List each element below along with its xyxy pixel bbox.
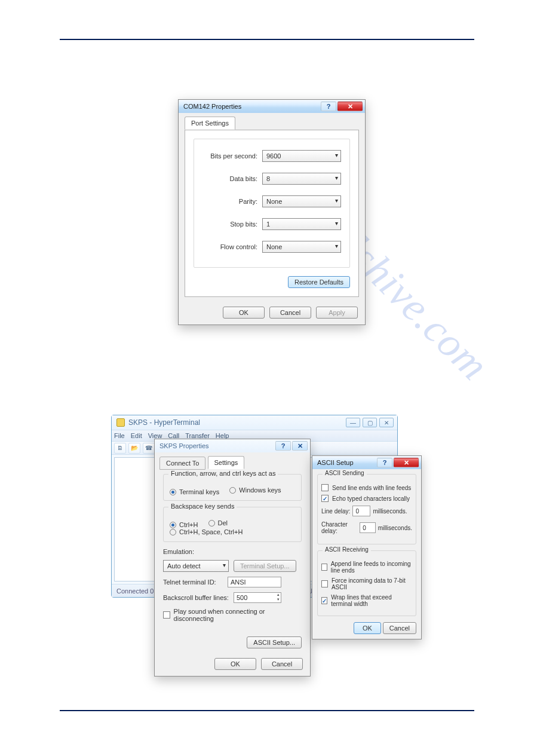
dropdown-emulation[interactable]: Auto detect <box>163 560 229 572</box>
bottom-rule <box>60 710 474 711</box>
ascii-title: ASCII Setup <box>317 459 376 466</box>
com-title: COM142 Properties <box>183 103 320 110</box>
close-icon[interactable]: ✕ <box>337 102 363 111</box>
dropdown-parity[interactable]: None <box>262 195 341 207</box>
fn-group-label: Function, arrow, and ctrl keys act as <box>168 470 278 477</box>
toolbar-connect-icon[interactable]: ☎ <box>143 443 155 454</box>
apply-button[interactable]: Apply <box>316 307 358 319</box>
cancel-button[interactable]: Cancel <box>261 658 303 670</box>
ascii-setup-dialog: ASCII Setup ? ✕ ASCII Sending Send line … <box>312 455 422 639</box>
skps-titlebar[interactable]: SKPS Properties ? ✕ <box>155 439 310 452</box>
help-icon[interactable]: ? <box>377 458 392 467</box>
close-icon[interactable]: ✕ <box>292 441 308 451</box>
emulation-label: Emulation: <box>163 548 194 555</box>
telnet-id-label: Telnet terminal ID: <box>163 579 223 586</box>
radio-del[interactable]: Del <box>208 519 228 527</box>
ok-button[interactable]: OK <box>223 307 265 319</box>
radio-ctrlh[interactable]: Ctrl+H <box>170 521 198 528</box>
restore-defaults-button[interactable]: Restore Defaults <box>288 276 350 288</box>
radio-terminal-keys[interactable]: Terminal keys <box>170 488 219 495</box>
dropdown-bits-per-second[interactable]: 9600 <box>262 150 341 162</box>
bk-group-label: Backspace key sends <box>168 503 237 510</box>
char-delay-unit: milliseconds. <box>378 525 412 531</box>
checkbox-force-7bit[interactable]: Force incoming data to 7-bit ASCII <box>321 577 412 590</box>
terminal-setup-button[interactable]: Terminal Setup... <box>234 560 296 572</box>
close-icon[interactable]: ✕ <box>379 418 394 427</box>
ok-button[interactable]: OK <box>214 658 256 670</box>
char-delay-label: Character delay: <box>321 521 357 534</box>
help-icon[interactable]: ? <box>275 441 291 451</box>
tab-connect-to[interactable]: Connect To <box>159 457 205 470</box>
com-titlebar[interactable]: COM142 Properties ? ✕ <box>179 100 365 113</box>
dropdown-stop-bits[interactable]: 1 <box>262 218 341 230</box>
line-delay-field[interactable]: 0 <box>352 506 370 516</box>
dropdown-flow-control[interactable]: None <box>262 241 341 253</box>
top-rule <box>60 39 474 40</box>
checkbox-send-lineends[interactable]: Send line ends with line feeds <box>321 484 411 491</box>
menu-edit[interactable]: Edit <box>131 432 142 439</box>
ht-titlebar[interactable]: SKPS - HyperTerminal — ▢ ✕ <box>112 415 397 430</box>
cancel-button[interactable]: Cancel <box>383 622 416 634</box>
minimize-icon[interactable]: — <box>346 418 360 427</box>
ht-app-icon <box>116 418 125 427</box>
cancel-button[interactable]: Cancel <box>269 307 311 319</box>
menu-file[interactable]: File <box>114 432 125 439</box>
ascii-setup-button[interactable]: ASCII Setup... <box>247 636 302 648</box>
line-delay-label: Line delay: <box>321 508 350 515</box>
tab-port-settings[interactable]: Port Settings <box>185 117 235 130</box>
dropdown-data-bits[interactable]: 8 <box>262 173 341 185</box>
checkbox-wrap-lines[interactable]: Wrap lines that exceed terminal width <box>321 594 412 607</box>
label-parity: Parity: <box>202 198 257 205</box>
checkbox-append-lf[interactable]: Append line feeds to incoming line ends <box>321 561 412 574</box>
backscroll-spinner[interactable]: 500 <box>234 592 281 603</box>
line-delay-unit: milliseconds. <box>373 508 407 515</box>
skps-title: SKPS Properties <box>159 442 274 449</box>
radio-ctrlh-space[interactable]: Ctrl+H, Space, Ctrl+H <box>170 528 243 535</box>
label-flow-control: Flow control: <box>202 243 257 250</box>
label-stop-bits: Stop bits: <box>202 221 257 228</box>
radio-windows-keys[interactable]: Windows keys <box>229 486 281 494</box>
tab-settings[interactable]: Settings <box>208 456 245 469</box>
ascii-receiving-label: ASCII Receiving <box>323 546 371 553</box>
telnet-id-field[interactable]: ANSI <box>228 577 281 587</box>
label-bits-per-second: Bits per second: <box>202 152 257 160</box>
toolbar-open-icon[interactable]: 📂 <box>128 443 140 454</box>
help-icon[interactable]: ? <box>321 102 336 111</box>
backscroll-label: Backscroll buffer lines: <box>163 594 229 601</box>
toolbar-new-icon[interactable]: 🗎 <box>114 443 126 454</box>
skps-properties-dialog: SKPS Properties ? ✕ Connect To Settings … <box>154 439 311 677</box>
ascii-sending-label: ASCII Sending <box>323 470 367 476</box>
checkbox-echo-typed[interactable]: Echo typed characters locally <box>321 495 410 502</box>
ok-button[interactable]: OK <box>354 622 381 634</box>
close-icon[interactable]: ✕ <box>394 458 419 467</box>
ht-title: SKPS - HyperTerminal <box>128 418 343 427</box>
maximize-icon[interactable]: ▢ <box>363 418 377 427</box>
checkbox-play-sound[interactable]: Play sound when connecting or disconnect… <box>163 608 302 622</box>
com-properties-dialog: COM142 Properties ? ✕ Port Settings Bits… <box>178 99 366 325</box>
label-data-bits: Data bits: <box>202 175 257 182</box>
ascii-titlebar[interactable]: ASCII Setup ? ✕ <box>312 456 421 469</box>
char-delay-field[interactable]: 0 <box>360 522 375 533</box>
